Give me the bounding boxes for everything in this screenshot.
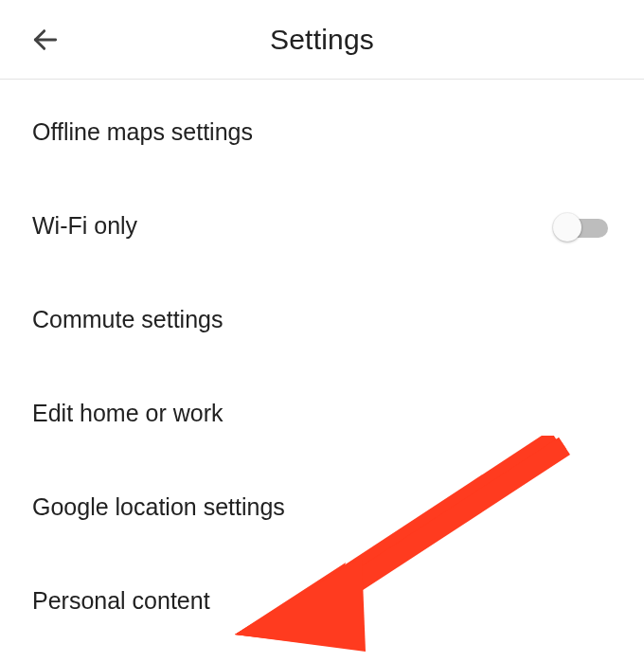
header: Settings <box>0 0 644 80</box>
settings-item-offline-maps[interactable]: Offline maps settings <box>0 85 644 179</box>
settings-item-label: Edit home or work <box>32 400 223 427</box>
settings-item-label: Wi-Fi only <box>32 212 137 240</box>
settings-item-label: Personal content <box>32 587 210 615</box>
settings-list: Offline maps settings Wi-Fi only Commute… <box>0 80 644 648</box>
arrow-left-icon <box>30 25 61 55</box>
wifi-only-toggle[interactable] <box>553 215 612 238</box>
page-title: Settings <box>0 24 644 56</box>
back-button[interactable] <box>27 21 64 59</box>
settings-item-commute[interactable]: Commute settings <box>0 273 644 367</box>
settings-item-label: Google location settings <box>32 493 285 521</box>
settings-item-personal-content[interactable]: Personal content <box>0 554 644 648</box>
settings-item-google-location[interactable]: Google location settings <box>0 460 644 554</box>
settings-item-label: Commute settings <box>32 306 223 333</box>
settings-item-label: Offline maps settings <box>32 118 253 146</box>
settings-item-wifi-only[interactable]: Wi-Fi only <box>0 179 644 273</box>
toggle-thumb <box>553 213 581 242</box>
settings-item-edit-home-work[interactable]: Edit home or work <box>0 367 644 460</box>
